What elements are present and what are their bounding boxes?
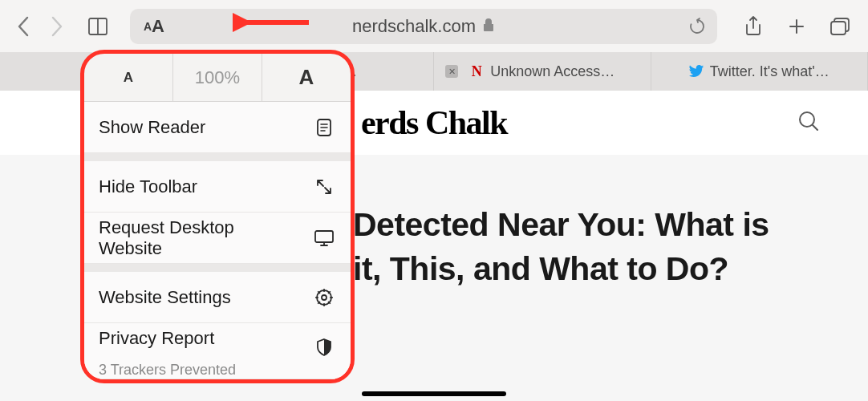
aa-small-icon: A bbox=[144, 20, 152, 33]
url-display: nerdschalk.com bbox=[352, 16, 495, 37]
reload-button[interactable] bbox=[677, 18, 717, 35]
desktop-icon bbox=[312, 229, 336, 247]
zoom-decrease-button[interactable]: A bbox=[84, 54, 173, 101]
search-button[interactable] bbox=[797, 110, 820, 136]
text-size-popover: A 100% A Show Reader Hide Toolbar Reques… bbox=[80, 50, 355, 383]
tab-label: Twitter. It's what'… bbox=[710, 63, 829, 80]
menu-label: Show Reader bbox=[99, 117, 301, 138]
twitter-favicon-icon bbox=[689, 64, 704, 79]
svg-rect-4 bbox=[315, 231, 333, 242]
svg-rect-1 bbox=[831, 22, 846, 34]
website-settings-item[interactable]: Website Settings bbox=[84, 272, 351, 323]
n-favicon-icon: N bbox=[469, 64, 484, 79]
privacy-report-item[interactable]: Privacy Report 3 Trackers Prevented bbox=[84, 323, 351, 379]
tab-twitter[interactable]: Twitter. It's what'… bbox=[651, 52, 869, 91]
request-desktop-item[interactable]: Request Desktop Website bbox=[84, 213, 351, 264]
menu-label: Request Desktop Website bbox=[99, 217, 301, 259]
zoom-level[interactable]: 100% bbox=[173, 54, 262, 101]
site-logo[interactable]: erds Chalk bbox=[361, 103, 507, 142]
reader-icon bbox=[312, 118, 336, 137]
gear-icon bbox=[312, 288, 336, 307]
address-bar[interactable]: AA nerdschalk.com bbox=[130, 9, 717, 44]
lock-icon bbox=[482, 16, 495, 37]
home-indicator bbox=[362, 391, 506, 396]
show-reader-item[interactable]: Show Reader bbox=[84, 102, 351, 153]
new-tab-button[interactable] bbox=[783, 13, 810, 40]
bookmarks-button[interactable] bbox=[83, 12, 112, 41]
text-size-button[interactable]: AA bbox=[130, 16, 178, 37]
forward-button[interactable] bbox=[48, 18, 66, 35]
browser-toolbar: AA nerdschalk.com bbox=[0, 0, 868, 52]
url-text: nerdschalk.com bbox=[352, 16, 476, 37]
privacy-subtext: 3 Trackers Prevented bbox=[99, 362, 236, 379]
aa-big-icon: A bbox=[152, 16, 164, 37]
expand-icon bbox=[312, 178, 336, 196]
close-tab-icon[interactable]: ✕ bbox=[445, 65, 458, 78]
zoom-increase-button[interactable]: A bbox=[262, 54, 351, 101]
tab-label: Unknown Access… bbox=[490, 63, 614, 80]
tabs-overview-button[interactable] bbox=[826, 13, 854, 40]
tab-unknown-access[interactable]: ✕ N Unknown Access… bbox=[434, 52, 651, 91]
menu-label: Privacy Report bbox=[99, 328, 214, 360]
menu-label: Website Settings bbox=[99, 287, 301, 308]
hide-toolbar-item[interactable]: Hide Toolbar bbox=[84, 161, 351, 213]
svg-point-6 bbox=[322, 295, 327, 300]
share-button[interactable] bbox=[740, 13, 767, 40]
shield-icon bbox=[312, 338, 336, 357]
back-button[interactable] bbox=[14, 18, 32, 35]
menu-label: Hide Toolbar bbox=[99, 176, 301, 197]
article-headline: Detected Near You: What is it, This, and… bbox=[353, 203, 804, 292]
